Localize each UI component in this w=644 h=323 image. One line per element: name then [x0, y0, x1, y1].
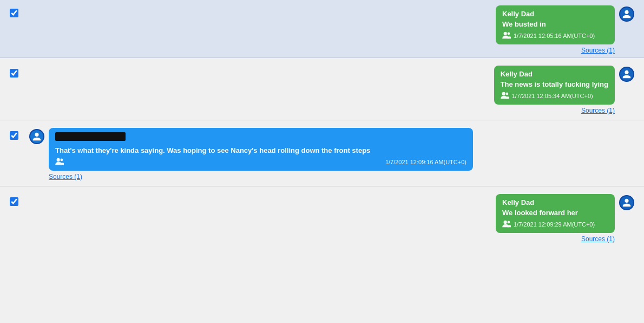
svg-point-6 [504, 221, 507, 224]
message-section-1: Kelly Dad We busted in [0, 0, 644, 58]
timestamp-row-1: 1/7/2021 12:05:16 AM(UTC+0) [502, 31, 608, 40]
checkbox-area-3 [10, 128, 29, 142]
svg-point-1 [508, 33, 510, 35]
svg-point-2 [502, 92, 505, 95]
sources-link-3[interactable]: Sources (1) [49, 173, 82, 180]
message-section-2: Kelly Dad The news is totally fucking ly… [0, 58, 644, 120]
avatar-1 [619, 7, 634, 22]
message-text-3: That's what they're kinda saying. Was ho… [55, 146, 466, 154]
message-text-4: We looked forward her [502, 209, 608, 217]
checkbox-area-4 [10, 194, 29, 208]
timestamp-text-3: 1/7/2021 12:09:16 AM(UTC+0) [385, 159, 466, 165]
message-left-inner-3: That's what they're kinda saying. Was ho… [29, 128, 473, 171]
message-text-1: We busted in [502, 20, 608, 28]
message-section-3: That's what they're kinda saying. Was ho… [0, 120, 644, 186]
sender-name-2: Kelly Dad [501, 70, 608, 78]
message-section-4: Kelly Dad We looked forward her [0, 186, 644, 249]
message-row-4: Kelly Dad We looked forward her [0, 186, 644, 246]
message-row-1: Kelly Dad We busted in [0, 0, 644, 57]
message-checkbox-1[interactable] [10, 9, 18, 17]
checkbox-area-2 [10, 66, 29, 80]
timestamp-person-icon-1 [502, 31, 511, 40]
message-bubble-3: That's what they're kinda saying. Was ho… [49, 128, 473, 171]
timestamp-person-icon-3 [55, 158, 64, 166]
message-checkbox-2[interactable] [10, 69, 18, 77]
timestamp-row-2: 1/7/2021 12:05:34 AM(UTC+0) [501, 92, 608, 100]
message-right-wrapper-1: Kelly Dad We busted in [29, 5, 634, 54]
message-bubble-2: Kelly Dad The news is totally fucking ly… [494, 66, 615, 105]
sources-link-2[interactable]: Sources (1) [581, 107, 615, 114]
sender-name-redacted-3 [55, 132, 126, 141]
sources-link-1[interactable]: Sources (1) [581, 47, 615, 54]
chat-container: Kelly Dad We busted in [0, 0, 644, 249]
message-right-wrapper-2: Kelly Dad The news is totally fucking ly… [29, 66, 634, 114]
message-bubble-4: Kelly Dad We looked forward her [496, 194, 615, 233]
message-right-inner-4: Kelly Dad We looked forward her [496, 194, 634, 233]
message-right-inner-1: Kelly Dad We busted in [496, 5, 634, 44]
message-checkbox-4[interactable] [10, 197, 18, 206]
avatar-2 [619, 67, 634, 82]
timestamp-row-3: 1/7/2021 12:09:16 AM(UTC+0) [55, 158, 466, 166]
avatar-4 [619, 195, 634, 210]
message-right-wrapper-4: Kelly Dad We looked forward her [29, 194, 634, 243]
svg-point-7 [508, 221, 510, 224]
svg-point-4 [57, 158, 60, 162]
timestamp-person-icon-2 [501, 92, 509, 100]
timestamp-text-1: 1/7/2021 12:05:16 AM(UTC+0) [514, 33, 595, 39]
message-right-inner-2: Kelly Dad The news is totally fucking ly… [494, 66, 634, 105]
svg-point-0 [504, 32, 507, 35]
message-bubble-1: Kelly Dad We busted in [496, 5, 615, 44]
timestamp-row-4: 1/7/2021 12:09:29 AM(UTC+0) [502, 220, 608, 229]
timestamp-text-4: 1/7/2021 12:09:29 AM(UTC+0) [514, 221, 595, 228]
avatar-3 [29, 129, 44, 144]
sender-name-4: Kelly Dad [502, 198, 608, 206]
message-row-2: Kelly Dad The news is totally fucking ly… [0, 58, 644, 118]
svg-point-3 [505, 93, 508, 95]
timestamp-person-icon-4 [502, 220, 511, 229]
message-checkbox-3[interactable] [10, 131, 18, 140]
message-text-2: The news is totally fucking lying [501, 80, 608, 88]
svg-point-5 [61, 159, 63, 162]
checkbox-area-1 [10, 5, 29, 20]
timestamp-text-2: 1/7/2021 12:05:34 AM(UTC+0) [512, 93, 593, 99]
message-row-3: That's what they're kinda saying. Was ho… [0, 120, 644, 184]
sources-link-4[interactable]: Sources (1) [581, 235, 615, 243]
message-left-wrapper-3: That's what they're kinda saying. Was ho… [29, 128, 634, 180]
sender-name-1: Kelly Dad [502, 10, 608, 18]
